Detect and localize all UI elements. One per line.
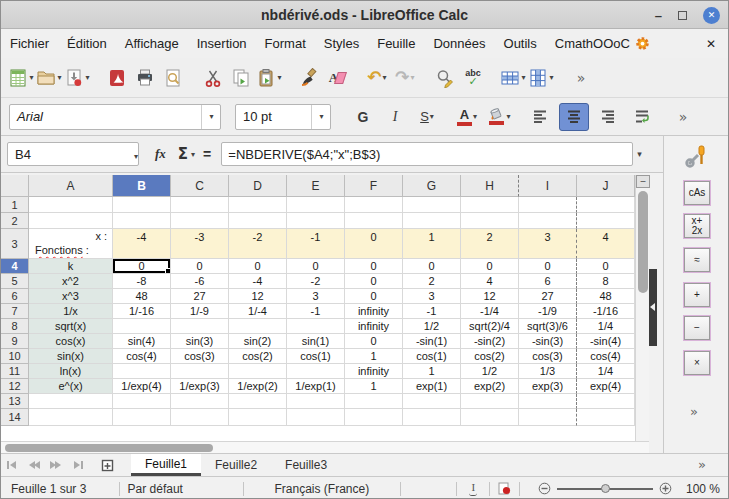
cell-I1[interactable] [519, 197, 577, 213]
vertical-scrollbar[interactable]: – [635, 175, 649, 441]
cell-J14[interactable] [577, 409, 635, 426]
font-color-button[interactable]: A ▾ [453, 102, 481, 132]
cell-C4[interactable]: 0 [171, 259, 229, 274]
row-header-7[interactable]: 7 [1, 304, 29, 319]
cell-B13[interactable] [113, 394, 171, 409]
sheet-tab-feuille1[interactable]: Feuille1 [131, 454, 201, 476]
cell-B5[interactable]: -8 [113, 274, 171, 289]
vertical-scrollbar-thumb[interactable] [638, 191, 648, 293]
cell-B14[interactable] [113, 409, 171, 426]
cell-H9[interactable]: -sin(2) [461, 334, 519, 349]
cell-G2[interactable] [403, 213, 461, 229]
cell-C3[interactable]: -3 [171, 229, 229, 259]
horizontal-scrollbar-thumb[interactable] [5, 444, 213, 452]
cell-D10[interactable]: cos(2) [229, 349, 287, 364]
cell-F4[interactable]: 0 [345, 259, 403, 274]
cell-I3[interactable]: 3 [519, 229, 577, 259]
cell-B10[interactable]: cos(4) [113, 349, 171, 364]
zoom-out-icon[interactable] [538, 482, 551, 495]
copy-button[interactable] [227, 63, 255, 93]
cell-G6[interactable]: 3 [403, 289, 461, 304]
cell-G12[interactable]: exp(1) [403, 379, 461, 394]
menu-item-dition[interactable]: Édition [58, 32, 116, 55]
cell-C9[interactable]: sin(3) [171, 334, 229, 349]
menu-item-outils[interactable]: Outils [495, 32, 546, 55]
cell-B3[interactable]: -4 [113, 229, 171, 259]
zoom-slider[interactable] [538, 482, 672, 495]
menu-item-format[interactable]: Format [256, 32, 315, 55]
cell-C6[interactable]: 27 [171, 289, 229, 304]
paste-button[interactable]: ▾ [255, 63, 283, 93]
column-header-E[interactable]: E [287, 175, 345, 197]
cell-C5[interactable]: -6 [171, 274, 229, 289]
cell-E1[interactable] [287, 197, 345, 213]
menu-item-styles[interactable]: Styles [315, 32, 368, 55]
cell-H12[interactable]: exp(2) [461, 379, 519, 394]
cell-F1[interactable] [345, 197, 403, 213]
align-left-button[interactable] [525, 103, 555, 131]
cell-I7[interactable]: -1/9 [519, 304, 577, 319]
align-right-button[interactable] [593, 103, 623, 131]
formula-button[interactable]: = [203, 146, 211, 162]
highlight-color-button[interactable]: ▾ [485, 102, 513, 132]
spelling-button[interactable]: abc ✓ [459, 63, 487, 93]
restore-icon[interactable] [678, 11, 687, 20]
cell-E11[interactable] [287, 364, 345, 379]
cell-J2[interactable] [577, 213, 635, 229]
cell-J1[interactable] [577, 197, 635, 213]
undo-button[interactable]: ↶ ▾ [363, 63, 391, 93]
cell-A4[interactable]: k [29, 259, 113, 274]
chevron-down-icon[interactable]: ▾ [191, 150, 195, 159]
cell-I2[interactable] [519, 213, 577, 229]
cell-H3[interactable]: 2 [461, 229, 519, 259]
cell-B12[interactable]: 1/exp(4) [113, 379, 171, 394]
cell-D6[interactable]: 12 [229, 289, 287, 304]
cell-H14[interactable] [461, 409, 519, 426]
cell-E8[interactable] [287, 319, 345, 334]
cell-C13[interactable] [171, 394, 229, 409]
cell-J10[interactable]: cos(4) [577, 349, 635, 364]
clone-formatting-button[interactable] [295, 63, 323, 93]
cell-E12[interactable]: 1/exp(1) [287, 379, 345, 394]
cell-B1[interactable] [113, 197, 171, 213]
menu-item-insertion[interactable]: Insertion [188, 32, 256, 55]
cell-A7[interactable]: 1/x [29, 304, 113, 319]
row-header-8[interactable]: 8 [1, 319, 29, 334]
sheet-tab-feuille3[interactable]: Feuille3 [271, 454, 341, 476]
chevron-down-icon[interactable]: ▾ [209, 112, 213, 121]
select-all-corner[interactable] [1, 175, 29, 197]
cell-J6[interactable]: 48 [577, 289, 635, 304]
cell-H10[interactable]: cos(2) [461, 349, 519, 364]
cell-E14[interactable] [287, 409, 345, 426]
row-header-4[interactable]: 4 [1, 259, 29, 274]
cell-G10[interactable]: cos(1) [403, 349, 461, 364]
cell-B7[interactable]: 1/-16 [113, 304, 171, 319]
column-header-J[interactable]: J [577, 175, 635, 197]
print-preview-button[interactable] [159, 63, 187, 93]
cell-A13[interactable] [29, 394, 113, 409]
zoom-level[interactable]: 100 % [672, 482, 720, 496]
cell-F12[interactable]: 1 [345, 379, 403, 394]
cell-C14[interactable] [171, 409, 229, 426]
row-header-5[interactable]: 5 [1, 274, 29, 289]
cell-F3[interactable]: 0 [345, 229, 403, 259]
cell-A6[interactable]: x^3 [29, 289, 113, 304]
add-sheet-button[interactable] [95, 454, 121, 476]
cell-A14[interactable] [29, 409, 113, 426]
cell-I6[interactable]: 27 [519, 289, 577, 304]
italic-button[interactable]: I [381, 102, 409, 132]
cell-I14[interactable] [519, 409, 577, 426]
cell-E3[interactable]: -1 [287, 229, 345, 259]
cell-A9[interactable]: cos(x) [29, 334, 113, 349]
row-header-9[interactable]: 9 [1, 334, 29, 349]
cell-J5[interactable]: 8 [577, 274, 635, 289]
cell-G8[interactable]: 1/2 [403, 319, 461, 334]
extension-gear-icon[interactable] [635, 36, 650, 51]
cell-A11[interactable]: ln(x) [29, 364, 113, 379]
first-sheet-button[interactable] [1, 454, 23, 476]
cell-E13[interactable] [287, 394, 345, 409]
document-modified-icon[interactable] [498, 482, 511, 495]
row-header-14[interactable]: 14 [1, 409, 29, 426]
formatting-overflow-button[interactable]: » [669, 102, 697, 132]
cell-H13[interactable] [461, 394, 519, 409]
